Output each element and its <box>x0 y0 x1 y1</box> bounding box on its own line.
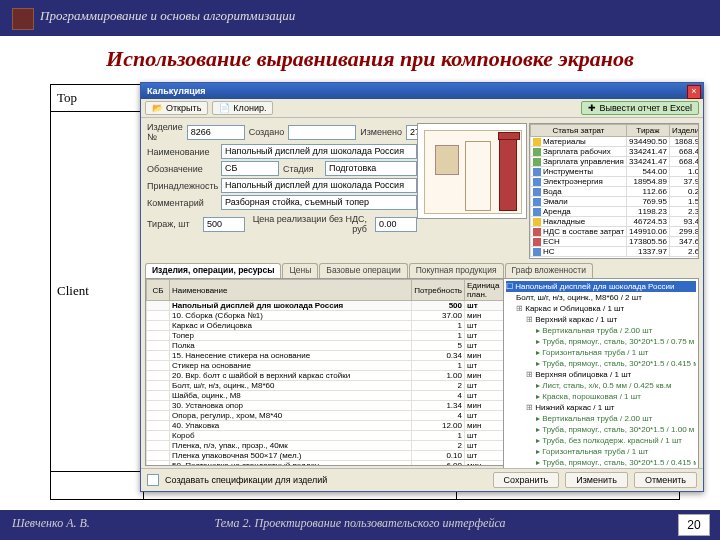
create-spec-label: Создавать спецификации для изделий <box>165 475 327 485</box>
slide-header: Программирование и основы алгоритмизации <box>0 0 720 36</box>
tree-item[interactable]: Краска, порошковая / 1 шт <box>506 391 696 402</box>
clone-button[interactable]: 📄Клонир. <box>212 101 273 115</box>
name-label: Наименование <box>147 147 217 157</box>
cost-row[interactable]: Вода112.660.23 <box>531 187 700 197</box>
cost-row[interactable]: Аренда1198.232.38 <box>531 207 700 217</box>
cost-header: Изделие <box>669 125 699 137</box>
cost-row[interactable]: Электроэнергия18954.8937.91 <box>531 177 700 187</box>
created-input[interactable] <box>288 125 356 140</box>
slide-footer: Шевченко А. В. Тема 2. Проектирование по… <box>0 510 720 540</box>
cell-client-outer: Client <box>51 111 144 471</box>
cost-category-icon <box>533 178 541 186</box>
footer-topic: Тема 2. Проектирование пользовательского… <box>0 516 720 531</box>
tree-item[interactable]: Труба, без полкодерж. красный / 1 шт <box>506 435 696 446</box>
cost-header: Тираж <box>627 125 670 137</box>
cost-row[interactable]: ЕСН173805.56347.61 <box>531 237 700 247</box>
tree-root[interactable]: ☐ Напольный дисплей для шоколада России <box>506 281 696 292</box>
open-button[interactable]: 📂Открыть <box>145 101 208 115</box>
spec-row[interactable]: 20. Вкр. болт с шайбой в верхний каркас … <box>147 371 504 381</box>
cost-table: Статья затратТиражИзделиеМатериалы934490… <box>529 123 699 259</box>
cost-row[interactable]: Инструменты544.001.09 <box>531 167 700 177</box>
tree-item[interactable]: Труба, прямоуг., сталь, 30*20*1.5 / 0.41… <box>506 457 696 468</box>
close-icon[interactable]: × <box>687 85 701 99</box>
tree-item[interactable]: Верхняя облицовка / 1 шт <box>506 369 696 380</box>
page-number: 20 <box>678 514 710 536</box>
spec-row[interactable]: Напольный дисплей для шоколада Россия500… <box>147 301 504 311</box>
product-label: Изделие № <box>147 122 183 142</box>
tree-item[interactable]: Болт, ш/г, н/з, оцинк., М8*60 / 2 шт <box>506 292 696 303</box>
window-titlebar[interactable]: Калькуляция × <box>141 83 703 99</box>
tree-item[interactable]: Труба, прямоуг., сталь, 30*20*1.5 / 1.00… <box>506 424 696 435</box>
course-logo-icon <box>12 8 34 30</box>
product-input[interactable]: 8266 <box>187 125 245 140</box>
tree-item[interactable]: Нижний каркас / 1 шт <box>506 402 696 413</box>
tab-0[interactable]: Изделия, операции, ресурсы <box>145 263 281 278</box>
create-spec-checkbox[interactable] <box>147 474 159 486</box>
comment-label: Комментарий <box>147 198 217 208</box>
copy-icon: 📄 <box>219 103 230 113</box>
cancel-button[interactable]: Отменить <box>634 472 697 488</box>
change-button[interactable]: Изменить <box>565 472 628 488</box>
cost-category-icon <box>533 198 541 206</box>
tree-item[interactable]: Труба, прямоуг., сталь, 30*20*1.5 / 0.41… <box>506 358 696 369</box>
tree-item[interactable]: Труба, прямоуг., сталь, 30*20*1.5 / 0.75… <box>506 336 696 347</box>
window-title: Калькуляция <box>147 86 206 96</box>
tree-item[interactable]: Вертикальная труба / 2.00 шт <box>506 325 696 336</box>
name-input[interactable]: Напольный дисплей для шоколада Россия <box>221 144 417 159</box>
preview-ornament-icon <box>435 145 459 175</box>
cost-row[interactable]: Эмали769.951.54 <box>531 197 700 207</box>
tree-item[interactable]: Вертикальная труба / 2.00 шт <box>506 413 696 424</box>
spec-table[interactable]: СБНаименованиеПотребностьЕдиница план.На… <box>145 278 505 466</box>
tirazh-input[interactable]: 500 <box>203 217 245 232</box>
slide-title: Использование выравнивания при компоновк… <box>40 46 700 72</box>
stage-select[interactable]: Подготовка <box>325 161 417 176</box>
cost-category-icon <box>533 138 541 146</box>
form-area: Изделие № 8266 Создано Изменено 27.03.20… <box>141 118 423 234</box>
spec-row[interactable]: Стикер на основание1шт <box>147 361 504 371</box>
spec-row[interactable]: 40. Упаковка12.00мин <box>147 421 504 431</box>
comment-input[interactable]: Разборная стойка, съемный топер <box>221 195 417 210</box>
cost-row[interactable]: Зарплата рабочих334241.47668.48 <box>531 147 700 157</box>
spec-row[interactable]: Болт, ш/г, н/з, оцинк., М8*602шт <box>147 381 504 391</box>
tab-3[interactable]: Покупная продукция <box>409 263 504 278</box>
tab-1[interactable]: Цены <box>282 263 318 278</box>
component-tree[interactable]: ☐ Напольный дисплей для шоколада РоссииБ… <box>503 278 699 470</box>
cost-row[interactable]: Накладные46724.5393.45 <box>531 217 700 227</box>
spec-row[interactable]: 30. Установка опор1.34мин <box>147 401 504 411</box>
spec-row[interactable]: Короб1шт <box>147 431 504 441</box>
cost-row[interactable]: НДС в составе затрат149910.06299.82 <box>531 227 700 237</box>
code-input[interactable]: СБ <box>221 161 279 176</box>
tab-4[interactable]: Граф вложенности <box>505 263 593 278</box>
price-input[interactable]: 0.00 <box>375 217 417 232</box>
tree-item[interactable]: Верхний каркас / 1 шт <box>506 314 696 325</box>
cost-category-icon <box>533 188 541 196</box>
spec-row[interactable]: Шайба, оцинк., М84шт <box>147 391 504 401</box>
cost-row[interactable]: НС1337.972.67 <box>531 247 700 257</box>
price-label: Цена реализации без НДС, руб <box>249 214 371 234</box>
spec-row[interactable]: 50. Постановка на стандартный поддон6.00… <box>147 461 504 467</box>
cost-row[interactable]: Материалы934490.501868.98 <box>531 137 700 147</box>
spec-row[interactable]: Опора, регулир., хром, М8*404шт <box>147 411 504 421</box>
tree-item[interactable]: Горизонтальная труба / 1 шт <box>506 446 696 457</box>
tree-item[interactable]: Горизонтальная труба / 1 шт <box>506 347 696 358</box>
spec-row[interactable]: Пленка упаковочная 500×17 (мел.)0.10шт <box>147 451 504 461</box>
spec-row[interactable]: Топер1шт <box>147 331 504 341</box>
spec-row[interactable]: 10. Сборка (Сборка №1)37.00мин <box>147 311 504 321</box>
spec-row[interactable]: Каркас и Обелицовка1шт <box>147 321 504 331</box>
belong-input[interactable]: Напольный дисплей для шоколада Россия <box>221 178 417 193</box>
belong-label: Принадлежность <box>147 181 217 191</box>
slide-page: Программирование и основы алгоритмизации… <box>0 0 720 540</box>
spec-row[interactable]: 15. Нанесение стикера на основание0.34ми… <box>147 351 504 361</box>
tree-item[interactable]: Лист, сталь, х/к, 0.5 мм / 0.425 кв.м <box>506 380 696 391</box>
tab-2[interactable]: Базовые операции <box>319 263 407 278</box>
cost-row[interactable]: Зарплата управления334241.47668.48 <box>531 157 700 167</box>
stage-label: Стадия <box>283 164 321 174</box>
tree-item[interactable]: Каркас и Облицовка / 1 шт <box>506 303 696 314</box>
spec-row[interactable]: Пленка, п/э, упак., прозр., 40мк2шт <box>147 441 504 451</box>
product-preview <box>417 123 527 219</box>
spec-row[interactable]: Полка5шт <box>147 341 504 351</box>
save-button[interactable]: Сохранить <box>493 472 560 488</box>
app-window: Калькуляция × 📂Открыть 📄Клонир. ✚Вывести… <box>140 82 704 492</box>
preview-wireframe-icon <box>465 141 491 211</box>
export-excel-button[interactable]: ✚Вывести отчет в Excel <box>581 101 699 115</box>
